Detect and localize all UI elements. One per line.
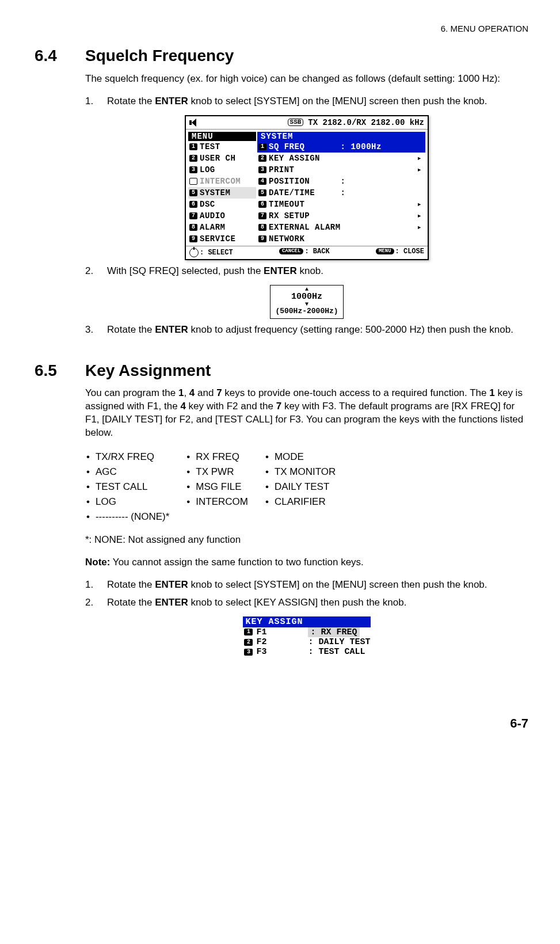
system-item: PRINT [269,166,295,174]
menu-item: ALARM [200,223,226,231]
menu-item: TEST [200,143,220,151]
key-assign-value: : TEST CALL [308,647,365,657]
function-item: MSG FILE [185,481,248,494]
key-assign-figure: KEY ASSIGN 1F1: RX FREQ2F2: DAILY TEST3F… [243,616,370,657]
function-item: ---------- (NONE)* [85,511,169,524]
freq-readout: TX 2182.0/RX 2182.00 kHz [308,119,424,127]
function-item: TX MONITOR [264,466,336,479]
freq-value: 1000Hz [275,292,338,302]
system-item: SQ FREQ : 1000Hz [269,143,382,151]
step-3: 3. Rotate the ENTER knob to adjust frequ… [85,323,528,337]
menu-header: MENU [188,132,256,141]
function-item: TEST CALL [85,481,169,494]
menu-item: DSC [200,200,215,208]
lcd-menu-figure: SSB TX 2182.0/RX 2182.00 kHz MENU 1TEST2… [185,115,429,260]
system-item: NETWORK [269,235,304,243]
submenu-arrow-icon: ▸ [417,223,425,231]
function-item: TX PWR [185,466,248,479]
mode-badge: SSB [288,119,304,126]
cancel-pill: CANCEL [279,248,303,254]
page-number: 6-7 [35,715,528,732]
system-item: TIMEOUT [269,200,304,208]
system-item: RX SETUP [269,212,310,220]
step-2: 2. With [SQ FREQ] selected, push the ENT… [85,265,528,278]
function-item: CLARIFIER [264,496,336,509]
intro-text: You can program the 1, 4 and 7 keys to p… [85,387,528,440]
menu-item: SYSTEM [200,189,230,197]
function-item: LOG [85,496,169,509]
section-number: 6.5 [35,360,85,382]
speaker-icon [189,119,199,127]
key-assign-header: KEY ASSIGN [243,616,370,627]
note-line: Note: You cannot assign the same functio… [85,556,528,569]
function-list: TX/RX FREQAGCTEST CALLLOG---------- (NON… [85,449,528,526]
function-item: RX FREQ [185,451,248,464]
section-number: 6.4 [35,45,85,67]
menu-item: USER CH [200,154,235,162]
system-item: KEY ASSIGN [269,154,320,162]
system-item: EXTERNAL ALARM [269,223,341,231]
freq-range: (500Hz-2000Hz) [275,307,338,315]
menu-item: INTERCOM [200,177,241,185]
system-item: DATE/TIME : [269,189,346,197]
section-title: Squelch Frequency [85,45,234,67]
submenu-arrow-icon: ▸ [417,212,425,220]
system-header: SYSTEM [257,132,425,141]
menu-item: SERVICE [200,235,235,243]
system-item: POSITION : [269,177,346,185]
step-2: 2. Rotate the ENTER knob to select [KEY … [85,596,528,610]
function-item: DAILY TEST [264,481,336,494]
function-item: INTERCOM [185,496,248,509]
freq-adjust-figure: ▲ 1000Hz ▼ (500Hz-2000Hz) [270,285,343,319]
key-assign-value: : DAILY TEST [308,637,370,647]
function-item: MODE [264,451,336,464]
footnote-none: *: NONE: Not assigned any function [85,534,528,547]
section-title: Key Assignment [85,360,211,382]
section-6-4: 6.4 Squelch Frequency The squelch freque… [35,45,528,336]
step-1: 1. Rotate the ENTER knob to select [SYST… [85,95,528,108]
function-item: AGC [85,466,169,479]
submenu-arrow-icon: ▸ [417,166,425,174]
knob-icon [189,248,199,257]
menu-item: AUDIO [200,212,226,220]
submenu-arrow-icon: ▸ [417,200,425,208]
intro-text: The squelch frequency (ex. for high voic… [85,73,528,86]
step-1: 1. Rotate the ENTER knob to select [SYST… [85,578,528,592]
chapter-header: 6. MENU OPERATION [35,23,528,35]
function-item: TX/RX FREQ [85,451,169,464]
section-6-5: 6.5 Key Assignment You can program the 1… [35,360,528,657]
submenu-arrow-icon: ▸ [417,154,425,162]
key-assign-value: : RX FREQ [308,627,359,637]
menu-item: LOG [200,166,215,174]
menu-pill: MENU [376,248,394,254]
